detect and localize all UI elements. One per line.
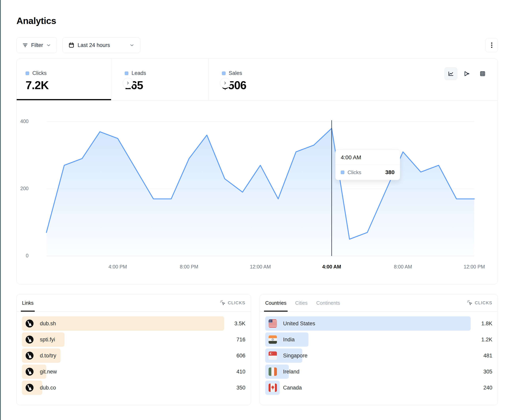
list-item[interactable]: India 1.2K xyxy=(265,333,492,347)
line-chart-toggle[interactable] xyxy=(445,67,457,80)
svg-text:8:00 PM: 8:00 PM xyxy=(180,264,198,269)
tab-links[interactable]: Links xyxy=(22,294,34,311)
row-label: git.new xyxy=(40,369,57,375)
row-icon xyxy=(269,368,277,376)
list-item[interactable]: spti.fyi 716 xyxy=(22,333,245,347)
chart-view-toggles xyxy=(445,67,489,80)
flag-ie-icon xyxy=(269,368,277,376)
row-label: Canada xyxy=(283,385,302,391)
tab-cities[interactable]: Cities xyxy=(295,294,308,311)
date-range-label: Last 24 hours xyxy=(78,42,110,48)
dub-logo-icon xyxy=(25,368,34,376)
chevron-down-icon xyxy=(46,43,51,48)
analytics-page: Analytics Filter Last 24 hours Clicks 7.… xyxy=(16,0,498,405)
date-range-button[interactable]: Last 24 hours xyxy=(62,37,140,53)
tab-countries[interactable]: Countries xyxy=(265,294,286,311)
flag-sg-icon xyxy=(269,351,277,360)
row-label: spti.fyi xyxy=(40,337,55,343)
calendar-icon xyxy=(68,42,75,48)
chart-tooltip: 4:00 AM Clicks 380 xyxy=(335,149,400,180)
countries-list: United States 1.8K India 1.2K Singapore … xyxy=(260,312,498,395)
cursor-click-icon xyxy=(467,300,473,306)
geo-panel: Countries Cities Continents CLICKS Unite… xyxy=(260,294,498,405)
sales-legend-chip xyxy=(222,72,225,75)
clicks-value: 7.2K xyxy=(26,79,111,92)
dub-logo-icon xyxy=(25,351,34,360)
analytics-card: Clicks 7.2K Leads 165 xyxy=(16,58,498,284)
list-item[interactable]: dub.co 350 xyxy=(22,381,245,395)
flag-in-icon xyxy=(269,335,277,344)
svg-text:400: 400 xyxy=(20,118,29,124)
flag-ca-icon xyxy=(269,384,277,392)
row-value: 350 xyxy=(236,385,245,391)
row-label: d.to/try xyxy=(40,353,56,359)
svg-text:4:00 AM: 4:00 AM xyxy=(322,264,341,269)
tooltip-series-label: Clicks xyxy=(348,169,361,175)
tab-continents[interactable]: Continents xyxy=(316,294,340,311)
dub-logo-icon xyxy=(25,384,34,392)
tab-clicks[interactable]: Clicks 7.2K xyxy=(17,59,111,100)
links-metric[interactable]: CLICKS xyxy=(220,300,245,306)
leads-legend-chip xyxy=(125,72,128,75)
clicks-area-chart[interactable]: 02004004:00 PM8:00 PM12:00 AM4:00 AM8:00… xyxy=(17,101,498,284)
row-label: Ireland xyxy=(283,369,299,375)
links-metric-label: CLICKS xyxy=(228,300,245,305)
line-chart-icon xyxy=(448,71,454,77)
row-label: India xyxy=(283,337,295,343)
page-title: Analytics xyxy=(16,15,498,26)
svg-text:4:00 PM: 4:00 PM xyxy=(109,264,127,269)
filter-icon xyxy=(22,42,28,48)
row-value: 716 xyxy=(236,337,245,343)
sales-value: $506 xyxy=(222,79,292,92)
dub-logo-icon xyxy=(25,319,34,328)
row-label: dub.co xyxy=(40,385,56,391)
row-value: 240 xyxy=(483,385,492,391)
row-icon xyxy=(25,319,34,328)
cursor-click-icon xyxy=(220,300,226,306)
funnel-chart-icon xyxy=(463,71,470,77)
list-item[interactable]: git.new 410 xyxy=(22,364,245,379)
clicks-tab-label: Clicks xyxy=(32,70,47,76)
funnel-chart-toggle[interactable] xyxy=(460,67,473,80)
dub-logo-icon xyxy=(25,335,34,344)
svg-text:12:00 PM: 12:00 PM xyxy=(463,264,485,269)
stats-tabs-row: Clicks 7.2K Leads 165 xyxy=(17,59,498,101)
more-options-button[interactable] xyxy=(486,38,498,52)
row-icon xyxy=(25,335,34,344)
left-screen-edge xyxy=(0,0,1,420)
row-label: dub.sh xyxy=(40,320,56,327)
list-item[interactable]: dub.sh 3.5K xyxy=(22,316,245,331)
row-value: 481 xyxy=(483,353,492,359)
chevron-right-icon xyxy=(223,81,227,85)
row-label: United States xyxy=(283,320,315,327)
svg-text:8:00 AM: 8:00 AM xyxy=(394,264,412,269)
list-item[interactable]: Singapore 481 xyxy=(265,348,492,363)
chevron-down-icon xyxy=(129,43,134,48)
svg-text:0: 0 xyxy=(26,253,29,258)
filter-button[interactable]: Filter xyxy=(16,37,57,53)
expand-sales-button[interactable] xyxy=(220,78,230,88)
expand-leads-button[interactable] xyxy=(123,78,133,88)
row-value: 410 xyxy=(236,369,245,375)
geo-metric[interactable]: CLICKS xyxy=(467,300,492,306)
list-item[interactable]: d.to/try 606 xyxy=(22,348,245,363)
links-panel-header: Links CLICKS xyxy=(17,294,251,312)
geo-panel-header: Countries Cities Continents CLICKS xyxy=(260,294,498,312)
list-item[interactable]: Ireland 305 xyxy=(265,364,492,379)
row-icon xyxy=(25,351,34,360)
svg-text:200: 200 xyxy=(20,186,29,191)
list-item[interactable]: Canada 240 xyxy=(265,381,492,395)
tab-sales[interactable]: Sales $506 xyxy=(209,59,292,100)
row-value: 606 xyxy=(236,353,245,359)
table-view-toggle[interactable] xyxy=(476,67,489,80)
row-value: 1.2K xyxy=(481,337,492,343)
row-label: Singapore xyxy=(283,353,307,359)
filter-label: Filter xyxy=(31,42,43,48)
flag-us-icon xyxy=(269,319,277,328)
leads-value: 165 xyxy=(125,79,208,92)
table-grid-icon xyxy=(479,71,486,77)
sales-tab-label: Sales xyxy=(229,70,242,76)
row-icon xyxy=(269,384,277,392)
list-item[interactable]: United States 1.8K xyxy=(265,316,492,331)
links-panel: Links CLICKS dub.sh 3.5K spti.fyi 716 d.… xyxy=(16,294,251,405)
